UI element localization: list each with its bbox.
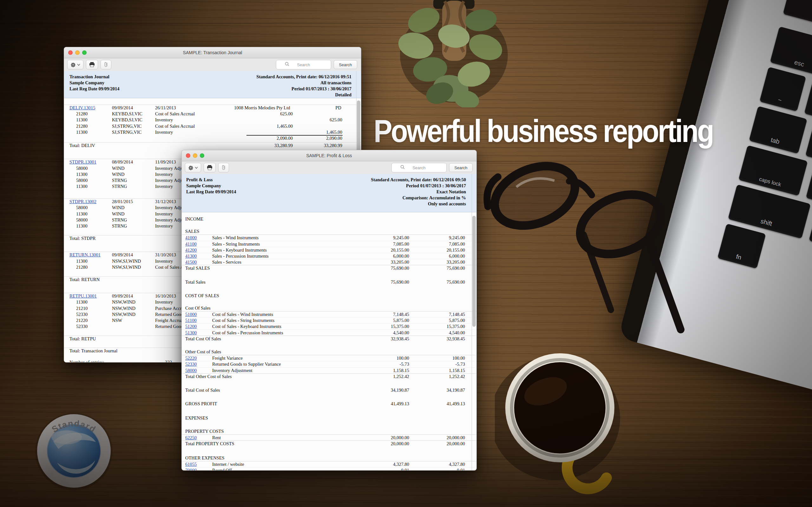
account-link[interactable]: 51200: [185, 324, 197, 330]
account-link[interactable]: 41000: [185, 235, 197, 241]
account-number: 21220: [76, 318, 88, 324]
amount-accumulated: 9,245.00: [417, 235, 465, 241]
account-number: 21280: [76, 111, 88, 117]
spacer: [182, 407, 476, 415]
account-link[interactable]: 79000: [185, 467, 197, 470]
account-link[interactable]: 61055: [185, 461, 197, 467]
amount-accumulated: -5.73: [417, 361, 465, 367]
spacer: [182, 421, 476, 429]
register-link[interactable]: RETURN.13001: [69, 252, 101, 258]
entry-flag: PD: [322, 105, 341, 111]
last-reg-date: Last Reg Date 09/09/2014: [186, 189, 236, 195]
account-description: Freight Accruals: [155, 318, 186, 324]
printer-icon: [207, 165, 212, 170]
total-period: 32,938.45: [362, 336, 409, 342]
account-description: Inventory: [155, 258, 173, 264]
pnl-row-totalg: Total Other Cost of Sales1,252.421,252.4…: [182, 373, 476, 380]
account-number: 11300: [76, 299, 88, 305]
pnl-row-acct: 41200Sales - Keyboard Instruments20,155.…: [182, 247, 476, 253]
account-description: Cost of Sales - Percussion Instruments: [212, 330, 283, 336]
tj-row-line: 11300KEYBD,SJ,VICInventory625.00: [64, 117, 361, 123]
account-number: 11300: [76, 129, 88, 135]
account-link[interactable]: 52330: [185, 361, 197, 367]
gear-menu-button[interactable]: [185, 163, 201, 172]
search-button[interactable]: Search: [334, 60, 357, 69]
report-header: Transaction Journal Sample Company Last …: [64, 71, 361, 98]
titlebar[interactable]: SAMPLE: Transaction Journal: [64, 47, 361, 58]
total-label: Total Cost of Sales: [185, 387, 220, 393]
amount-period: 4,540.00: [362, 330, 409, 336]
attachment-button[interactable]: [218, 163, 229, 172]
total-accumulated: 32,938.45: [417, 336, 465, 342]
account-description: Sales - Services: [212, 259, 241, 265]
spacer: [182, 272, 476, 279]
amount-period: 4,327.80: [362, 461, 409, 467]
register-link[interactable]: RETPU.13001: [69, 293, 97, 299]
objects: NSW,SJ,WIND: [112, 258, 141, 264]
amount-accumulated: 33,205.00: [417, 259, 465, 265]
close-button[interactable]: [68, 50, 72, 55]
titlebar[interactable]: SAMPLE: Profit & Loss: [182, 150, 476, 161]
account-link[interactable]: 41500: [185, 259, 197, 265]
zoom-button[interactable]: [200, 153, 204, 158]
total-period: 41,499.13: [362, 401, 409, 407]
pnl-row-acct: 41500Sales - Services33,205.0033,205.00: [182, 259, 476, 265]
account-description: Inventory: [155, 117, 173, 123]
total-label: Total: RETPU: [69, 336, 96, 342]
amount-accumulated: 4,327.80: [417, 461, 465, 467]
register-link[interactable]: STDPR.13002: [69, 199, 96, 205]
account-description: Sales - Keyboard Instruments: [212, 247, 267, 253]
pnl-row-group: OTHER EXPENSES: [182, 455, 476, 461]
pnl-row-group: Other Cost of Sales: [182, 349, 476, 355]
attachment-button[interactable]: [101, 60, 111, 69]
search-button[interactable]: Search: [449, 163, 473, 172]
account-link[interactable]: 58000: [185, 368, 197, 374]
close-button[interactable]: [186, 153, 190, 158]
account-number: 21280: [76, 123, 88, 129]
account-link[interactable]: 62250: [185, 435, 197, 441]
total-label: Total Sales: [185, 279, 206, 285]
register-link[interactable]: DELIV.13015: [69, 105, 96, 111]
gear-menu-button[interactable]: [67, 60, 84, 69]
objects: NSW,WIND: [112, 305, 136, 312]
account-link[interactable]: 52220: [185, 355, 197, 361]
tj-row-line: 21280SJ,STRNG,VICCost of Sales Accrual1,…: [64, 123, 361, 129]
account-link[interactable]: 41300: [185, 253, 197, 259]
account-description: Sales - String Instruments: [212, 241, 260, 247]
spacer: [182, 393, 476, 401]
spacer: [182, 285, 476, 293]
last-reg-date: Last Reg Date 09/09/2014: [69, 86, 119, 92]
print-button[interactable]: [86, 60, 98, 69]
search-input[interactable]: [276, 60, 331, 69]
print-button[interactable]: [204, 163, 216, 172]
account-link[interactable]: 51100: [185, 318, 197, 324]
account-description: Sales - Wind Instruments: [212, 235, 258, 241]
amount-period: 15,375.00: [362, 324, 409, 330]
account-number: 58000: [76, 205, 88, 211]
account-link[interactable]: 41200: [185, 247, 197, 253]
search-input[interactable]: [392, 163, 447, 172]
amount-period: 9,245.00: [362, 235, 409, 241]
register-link[interactable]: STDPR.13001: [69, 159, 96, 165]
total-label: GROSS PROFIT: [185, 401, 217, 407]
pnl-row-totalg: Total Cost Of Sales32,938.4532,938.45: [182, 336, 476, 342]
account-link[interactable]: 41100: [185, 241, 197, 247]
debit-sum: 2,090.00: [248, 135, 293, 141]
tj-row-line: 11300SJ,STRNG,VICInventory1,465.00: [64, 129, 361, 135]
group-heading: SALES: [185, 228, 199, 234]
pnl-row-acct: 41300Sales - Percussion Instruments6,000…: [182, 253, 476, 259]
entry-trans-date: 11/09/2013: [155, 159, 176, 165]
chevron-down-icon: [77, 64, 80, 66]
account-link[interactable]: 51300: [185, 330, 197, 336]
pnl-row-acct: 51100Cost of Sales - String Instruments5…: [182, 318, 476, 324]
scrollbar-thumb[interactable]: [472, 216, 476, 327]
zoom-button[interactable]: [82, 50, 87, 55]
section-heading: INCOME: [185, 216, 203, 222]
minimize-button[interactable]: [75, 50, 80, 55]
keyboard-key: [805, 121, 812, 165]
minimize-button[interactable]: [193, 153, 197, 158]
account-link[interactable]: 51000: [185, 312, 197, 318]
total-label: Total: RETURN: [69, 277, 100, 283]
spacer: [182, 342, 476, 349]
objects: STRNG: [112, 223, 127, 229]
